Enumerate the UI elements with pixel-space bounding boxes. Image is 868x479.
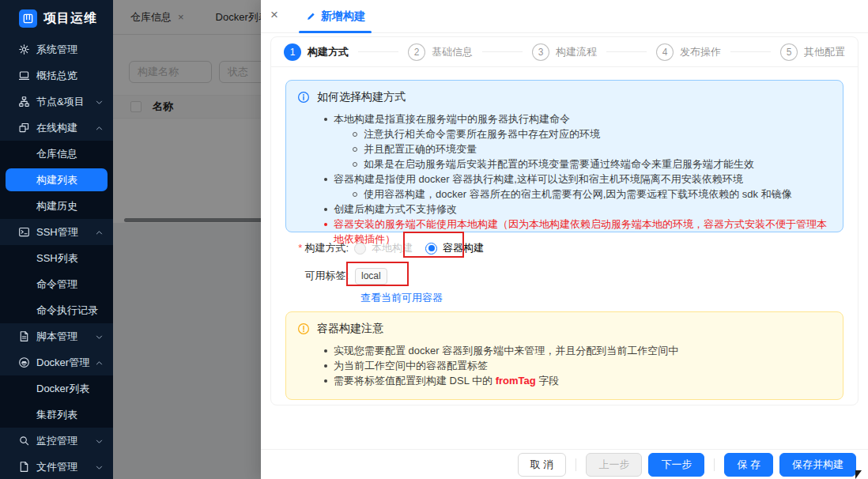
view-available-containers-link[interactable]: 查看当前可用容器 xyxy=(360,292,443,304)
sidebar-item-build-history[interactable]: 构建历史 xyxy=(0,193,113,219)
logo-icon xyxy=(19,9,37,28)
chevron-up-icon xyxy=(95,228,104,236)
step-basic-info: 2 基础信息 xyxy=(408,43,473,61)
sidebar: 项目运维 系统管理 概括总览 节点&项目 在线构建 仓库信息 构建列表 xyxy=(0,0,113,479)
list-item: 注意执行相关命令需要所在服务器中存在对应的环境 xyxy=(297,126,832,141)
list-item: 使用容器构建，docker 容器所在的宿主机需要有公网,因为需要远程下载环境依赖… xyxy=(297,187,832,202)
sidebar-item-cluster-list[interactable]: 集群列表 xyxy=(0,402,113,428)
sidebar-item-label: Docker列表 xyxy=(36,382,89,396)
step-connector xyxy=(482,51,523,52)
save-button[interactable]: 保 存 xyxy=(724,453,773,477)
steps-bar: 1 构建方式 2 基础信息 3 构建流程 4 发布操作 xyxy=(271,37,858,67)
save-and-build-button[interactable]: 保存并构建 xyxy=(779,453,856,477)
step-label: 其他配置 xyxy=(804,45,845,59)
sidebar-item-docker[interactable]: Docker管理 xyxy=(0,349,113,375)
cancel-button[interactable]: 取 消 xyxy=(518,453,567,477)
sidebar-item-label: SSH管理 xyxy=(36,225,78,240)
sidebar-item-system[interactable]: 系统管理 xyxy=(0,36,113,62)
step-label: 基础信息 xyxy=(432,45,473,59)
sidebar-item-command-mgmt[interactable]: 命令管理 xyxy=(0,271,113,297)
monitor-icon xyxy=(18,70,30,81)
warning-icon xyxy=(297,322,310,335)
list-item: 需要将标签值配置到构建 DSL 中的 fromTag 字段 xyxy=(297,373,832,388)
close-icon[interactable]: × xyxy=(270,8,278,21)
step-build-method: 1 构建方式 xyxy=(284,43,349,61)
step-build-flow: 3 构建流程 xyxy=(532,43,597,61)
info-alert-title-row: 如何选择构建方式 xyxy=(297,89,832,104)
list-item: 创建后构建方式不支持修改 xyxy=(297,202,832,217)
sidebar-item-build-list[interactable]: 构建列表 xyxy=(0,167,113,193)
info-alert: 如何选择构建方式 本地构建是指直接在服务端中的服务器执行构建命令 注意执行相关命… xyxy=(285,80,843,232)
mouse-cursor xyxy=(855,470,862,479)
sidebar-item-label: 概括总览 xyxy=(36,69,77,83)
list-item: 如果是在启动服务端后安装并配置的环境变量需要通过终端命令来重启服务端才能生效 xyxy=(297,157,832,172)
warning-alert-list: 实现您需要配置 docker 容器到服务端中来管理，并且分配到当前工作空间中 为… xyxy=(297,343,832,388)
sidebar-item-label: 节点&项目 xyxy=(36,95,85,109)
sidebar-item-nodes-projects[interactable]: 节点&项目 xyxy=(0,89,113,115)
script-file-icon xyxy=(18,330,30,342)
chevron-up-icon xyxy=(95,123,104,132)
wizard-card: 1 构建方式 2 基础信息 3 构建流程 4 发布操作 xyxy=(270,36,859,405)
docker-icon xyxy=(18,356,30,368)
list-item: 为当前工作空间中的容器配置标签 xyxy=(297,358,832,373)
sidebar-item-label: 文件管理 xyxy=(36,460,77,474)
sidebar-item-ssh-list[interactable]: SSH列表 xyxy=(0,245,113,271)
sidebar-item-repo-info[interactable]: 仓库信息 xyxy=(0,141,113,167)
warning-alert-title-row: 容器构建注意 xyxy=(297,320,832,336)
submenu-docker: Docker列表 集群列表 xyxy=(0,375,113,428)
next-step-button[interactable]: 下一步 xyxy=(648,453,704,477)
step-number: 3 xyxy=(532,43,549,61)
submenu-online-build: 仓库信息 构建列表 构建历史 xyxy=(0,141,113,219)
file-icon xyxy=(18,461,30,473)
step-number: 4 xyxy=(656,43,674,61)
sidebar-item-docker-list[interactable]: Docker列表 xyxy=(0,375,113,402)
sidebar-item-online-build[interactable]: 在线构建 xyxy=(0,115,113,141)
submenu-ssh: SSH列表 命令管理 命令执行记录 xyxy=(0,245,113,323)
sidebar-item-file-mgmt[interactable]: 文件管理 xyxy=(0,454,113,479)
step-label: 构建方式 xyxy=(308,45,349,59)
sidebar-item-label: SSH列表 xyxy=(36,251,78,266)
available-tags-label: 可用标签: xyxy=(285,269,349,283)
sidebar-item-label: 监控管理 xyxy=(36,434,77,448)
step-content: 如何选择构建方式 本地构建是指直接在服务端中的服务器执行构建命令 注意执行相关命… xyxy=(271,67,858,400)
sidebar-item-label: 构建历史 xyxy=(36,199,77,213)
fromtag-highlight: fromTag xyxy=(496,375,536,387)
sidebar-item-label: Docker管理 xyxy=(36,356,89,370)
sidebar-item-ssh[interactable]: SSH管理 xyxy=(0,219,113,245)
drawer-header: × 新增构建 xyxy=(261,0,868,33)
active-tab-indicator xyxy=(299,31,372,33)
view-containers-row: 查看当前可用容器 xyxy=(360,290,843,305)
sidebar-item-label: 仓库信息 xyxy=(36,147,77,161)
terminal-icon xyxy=(18,226,30,238)
chevron-down-icon xyxy=(95,462,104,471)
step-label: 构建流程 xyxy=(556,45,597,59)
drawer-title: 新增构建 xyxy=(321,9,365,24)
list-item: 并且配置正确的环境变量 xyxy=(297,141,832,157)
list-item: 实现您需要配置 docker 容器到服务端中来管理，并且分配到当前工作空间中 xyxy=(297,343,832,358)
sidebar-item-overview[interactable]: 概括总览 xyxy=(0,62,113,89)
tag-local: local xyxy=(355,268,387,285)
drawer-footer: 取 消 上一步 下一步 保 存 保存并构建 xyxy=(261,449,868,479)
sidebar-item-label: 命令管理 xyxy=(36,277,77,292)
sidebar-item-monitoring[interactable]: 监控管理 xyxy=(0,428,113,454)
sidebar-item-label: 脚本管理 xyxy=(36,330,77,344)
list-item-warning: 容器安装的服务端不能使用本地构建（因为本地构建依赖启动服务端本地的环境，容器方式… xyxy=(297,217,832,247)
footer-divider xyxy=(576,458,576,471)
list-item: 本地构建是指直接在服务端中的服务器执行构建命令 xyxy=(297,111,832,126)
build-icon xyxy=(18,122,30,134)
pencil-icon xyxy=(306,11,316,21)
magnifier-icon xyxy=(18,435,30,447)
sidebar-item-command-log[interactable]: 命令执行记录 xyxy=(0,297,113,323)
radio-icon xyxy=(354,243,366,255)
tab-new-build[interactable]: 新增构建 xyxy=(306,9,365,24)
radio-icon xyxy=(425,243,437,255)
info-icon xyxy=(297,91,310,104)
app-window: 项目运维 系统管理 概括总览 节点&项目 在线构建 仓库信息 构建列表 xyxy=(0,0,868,479)
footer-divider xyxy=(714,458,715,471)
step-number: 1 xyxy=(284,43,301,61)
step-label: 发布操作 xyxy=(680,45,721,59)
step-connector xyxy=(730,51,771,52)
info-alert-list: 本地构建是指直接在服务端中的服务器执行构建命令 注意执行相关命令需要所在服务器中… xyxy=(297,111,832,247)
sidebar-item-script[interactable]: 脚本管理 xyxy=(0,323,113,349)
nodes-icon xyxy=(18,96,30,107)
